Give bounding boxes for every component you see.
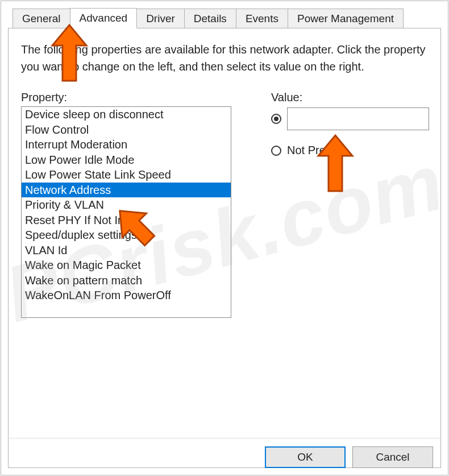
button-label: OK xyxy=(297,451,313,463)
property-item[interactable]: Reset PHY If Not In xyxy=(22,213,231,228)
tab-bar: General Advanced Driver Details Events P… xyxy=(1,1,448,28)
tab-label: Power Management xyxy=(297,13,394,24)
not-present-label: Not Present xyxy=(287,144,347,157)
property-item[interactable]: Flow Control xyxy=(22,122,231,138)
tab-general[interactable]: General xyxy=(13,9,70,28)
radio-value[interactable] xyxy=(271,114,281,124)
property-label: Property: xyxy=(21,91,237,104)
dialog-window: General Advanced Driver Details Events P… xyxy=(1,1,448,475)
property-column: Property: Device sleep on disconnect Flo… xyxy=(21,91,237,318)
value-input[interactable] xyxy=(287,107,429,130)
radio-not-present[interactable] xyxy=(271,146,281,156)
tab-panel-advanced: The following properties are available f… xyxy=(8,28,441,468)
ok-button[interactable]: OK xyxy=(265,446,346,468)
property-item[interactable]: Interrupt Moderation xyxy=(22,137,231,152)
tab-power-management[interactable]: Power Management xyxy=(288,9,404,28)
tab-label: Driver xyxy=(146,13,175,24)
tab-driver[interactable]: Driver xyxy=(136,9,185,28)
tab-label: Advanced xyxy=(80,12,128,24)
not-present-radio-row: Not Present xyxy=(271,144,429,157)
property-item[interactable]: Low Power State Link Speed xyxy=(22,167,231,183)
tab-details[interactable]: Details xyxy=(184,9,236,28)
value-label: Value: xyxy=(271,91,429,104)
button-separator xyxy=(8,438,441,438)
value-radio-row xyxy=(271,107,429,130)
property-item[interactable]: Device sleep on disconnect xyxy=(22,107,231,122)
property-item[interactable]: VLAN Id xyxy=(22,243,231,258)
tab-advanced[interactable]: Advanced xyxy=(70,8,138,28)
tab-label: Details xyxy=(194,13,227,24)
property-item[interactable]: Speed/duplex settings xyxy=(22,227,231,243)
cancel-button[interactable]: Cancel xyxy=(352,446,433,468)
property-item[interactable]: WakeOnLAN From PowerOff xyxy=(22,288,231,303)
tab-label: General xyxy=(22,13,61,24)
property-item[interactable]: Low Power Idle Mode xyxy=(22,152,231,168)
panel-description: The following properties are available f… xyxy=(21,41,428,75)
property-item-selected[interactable]: Network Address xyxy=(22,183,231,198)
property-item[interactable]: Wake on pattern match xyxy=(22,273,231,288)
property-item[interactable]: Wake on Magic Packet xyxy=(22,258,231,273)
tab-label: Events xyxy=(246,13,278,24)
content-row: Property: Device sleep on disconnect Flo… xyxy=(21,91,428,318)
value-column: Value: Not Present xyxy=(260,91,429,318)
tab-events[interactable]: Events xyxy=(236,9,288,28)
button-label: Cancel xyxy=(376,451,409,463)
dialog-button-row: OK Cancel xyxy=(265,446,433,468)
property-listbox[interactable]: Device sleep on disconnect Flow Control … xyxy=(21,106,231,318)
property-item[interactable]: Priority & VLAN xyxy=(22,197,231,213)
